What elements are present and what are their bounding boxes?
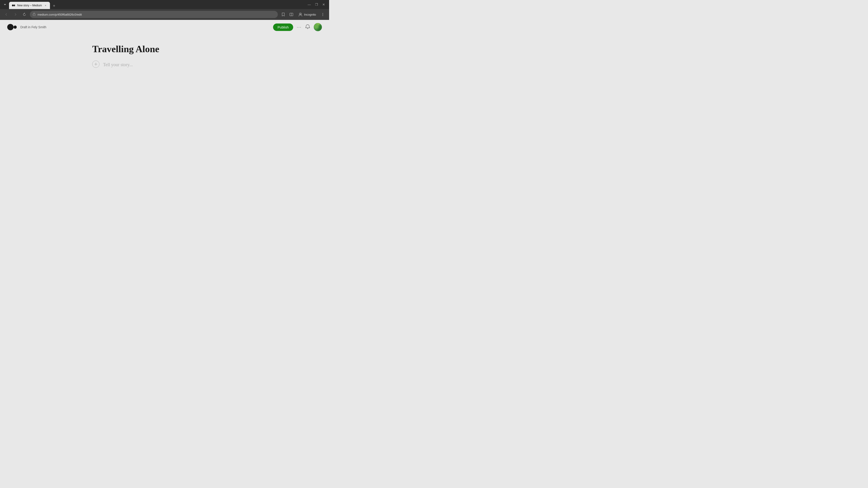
bookmark-button[interactable] bbox=[280, 11, 287, 18]
window-controls: — ❐ ✕ bbox=[307, 2, 327, 7]
medium-logo bbox=[7, 24, 17, 30]
maximize-button[interactable]: ❐ bbox=[314, 2, 319, 7]
publish-button[interactable]: Publish bbox=[273, 24, 293, 31]
logo-small-circle bbox=[13, 26, 17, 29]
tab-close-button[interactable]: × bbox=[43, 4, 47, 7]
browser-more-button[interactable] bbox=[319, 11, 327, 18]
new-tab-button[interactable]: + bbox=[51, 3, 57, 9]
svg-point-9 bbox=[322, 15, 323, 16]
incognito-label: Incognito bbox=[304, 13, 316, 16]
title-bar: New story – Medium × + — ❐ ✕ bbox=[0, 0, 329, 9]
medium-logo-area: Draft in Fely Smith bbox=[7, 24, 46, 30]
minimize-button[interactable]: — bbox=[307, 2, 312, 7]
header-right: Publish ··· bbox=[273, 23, 322, 31]
story-body-placeholder[interactable]: Tell your story... bbox=[103, 60, 133, 68]
navigation-bar: medium.com/p/450f6a6826c0/edit bbox=[0, 9, 329, 20]
address-bar[interactable]: medium.com/p/450f6a6826c0/edit bbox=[30, 11, 278, 18]
medium-header: Draft in Fely Smith Publish ··· bbox=[0, 20, 329, 34]
tab-title: New story – Medium bbox=[17, 4, 42, 7]
reload-button[interactable] bbox=[21, 11, 28, 18]
svg-point-1 bbox=[14, 4, 15, 6]
add-content-button[interactable] bbox=[92, 61, 99, 68]
tabs-area: New story – Medium × + bbox=[9, 0, 303, 9]
more-options-button[interactable]: ··· bbox=[297, 25, 302, 30]
url-display: medium.com/p/450f6a6826c0/edit bbox=[37, 13, 275, 16]
svg-rect-2 bbox=[33, 14, 35, 15]
tab-dropdown-button[interactable] bbox=[3, 2, 7, 7]
split-screen-button[interactable] bbox=[288, 11, 295, 18]
tab-favicon bbox=[12, 4, 16, 7]
avatar-image bbox=[314, 23, 322, 31]
incognito-icon bbox=[298, 12, 303, 17]
nav-right-controls: Incognito bbox=[280, 11, 327, 18]
browser-chrome: New story – Medium × + — ❐ ✕ bbox=[0, 0, 329, 20]
svg-point-0 bbox=[12, 4, 14, 6]
svg-point-7 bbox=[322, 13, 323, 14]
forward-button[interactable] bbox=[12, 11, 19, 18]
editor-area: Travelling Alone Tell your story... bbox=[0, 34, 329, 184]
draft-label: Draft in Fely Smith bbox=[20, 25, 46, 29]
security-icon bbox=[33, 13, 36, 17]
svg-point-8 bbox=[322, 14, 323, 15]
svg-point-6 bbox=[300, 13, 301, 14]
story-title[interactable]: Travelling Alone bbox=[92, 43, 237, 55]
back-button[interactable] bbox=[3, 11, 10, 18]
active-tab[interactable]: New story – Medium × bbox=[9, 2, 50, 9]
notifications-button[interactable] bbox=[305, 24, 310, 30]
logo-large-circle bbox=[7, 24, 13, 30]
story-body-row: Tell your story... bbox=[92, 60, 237, 68]
editor-content: Travelling Alone Tell your story... bbox=[88, 43, 241, 175]
incognito-button[interactable]: Incognito bbox=[296, 11, 318, 18]
page-content: Draft in Fely Smith Publish ··· Travelli… bbox=[0, 20, 329, 184]
user-avatar[interactable] bbox=[314, 23, 322, 31]
close-window-button[interactable]: ✕ bbox=[321, 2, 327, 7]
